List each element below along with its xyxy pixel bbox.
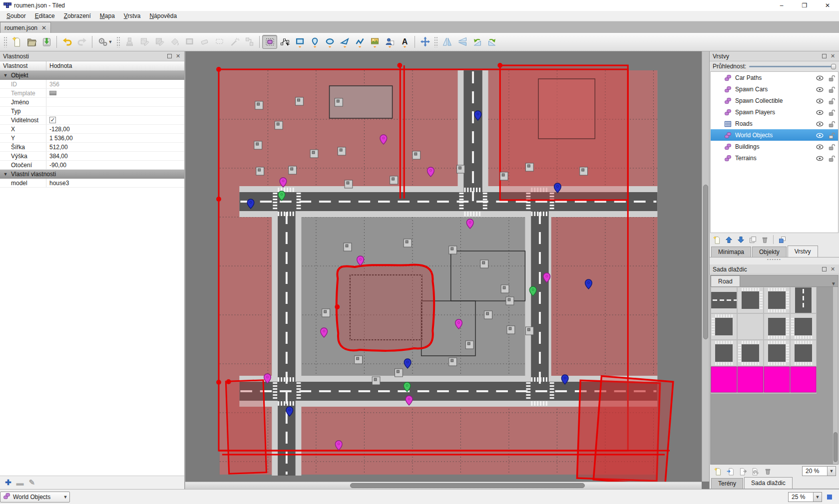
shape-fill-icon[interactable] — [182, 35, 197, 49]
combo-arrow-icon[interactable]: ▼ — [813, 493, 822, 502]
insert-polyline-icon[interactable] — [352, 35, 367, 49]
layer-row-spawn-players[interactable]: Spawn Players — [711, 106, 838, 118]
property-row-template[interactable]: Template — [0, 89, 184, 98]
property-row-otočení[interactable]: Otočení-90,00 — [0, 161, 184, 170]
size-grip[interactable] — [827, 495, 832, 500]
hscroll-thumb[interactable] — [350, 483, 585, 488]
layer-visibility-icon[interactable] — [816, 120, 825, 128]
layer-row-spawn-collectible[interactable]: Spawn Collectible — [711, 95, 838, 106]
tileset-dropdown-icon[interactable]: ▼ — [829, 281, 838, 286]
embed-tileset-icon[interactable] — [725, 466, 735, 476]
pan-tool-icon[interactable] — [418, 35, 432, 49]
tileset-dock-tab-terény[interactable]: Terény — [711, 478, 743, 489]
remove-property-button[interactable]: ▬ — [16, 479, 24, 487]
menu-soubor[interactable]: Soubor — [2, 11, 30, 20]
vscroll-thumb[interactable] — [703, 185, 708, 339]
layer-lock-icon[interactable] — [827, 120, 836, 128]
new-tileset-icon[interactable] — [713, 466, 723, 476]
layer-visibility-icon[interactable] — [816, 85, 825, 93]
layer-lock-icon[interactable] — [827, 108, 836, 116]
insert-template-icon[interactable] — [382, 35, 397, 49]
layer-lock-icon[interactable] — [827, 143, 836, 151]
layer-lock-icon[interactable] — [827, 74, 836, 82]
insert-rectangle-icon[interactable] — [292, 35, 307, 49]
export-tileset-icon[interactable] — [738, 466, 748, 476]
new-layer-icon[interactable] — [712, 235, 722, 245]
menu-editace[interactable]: Editace — [30, 11, 59, 20]
map-view[interactable] — [185, 51, 709, 489]
document-tab[interactable]: roumen.json ✕ — [0, 22, 51, 33]
combo-arrow-icon[interactable]: ▼ — [61, 495, 69, 500]
float-panel-icon[interactable] — [822, 54, 827, 58]
restore-button[interactable]: ❐ — [793, 0, 816, 11]
menu-zobrazení[interactable]: Zobrazení — [59, 11, 95, 20]
raise-layer-icon[interactable] — [724, 235, 734, 245]
layer-visibility-icon[interactable] — [816, 131, 825, 139]
opacity-slider[interactable] — [749, 63, 836, 69]
layer-lock-icon[interactable] — [827, 131, 836, 139]
float-panel-icon[interactable] — [167, 54, 172, 58]
toolbar-drag-handle[interactable] — [434, 36, 438, 47]
menu-vrstva[interactable]: Vrstva — [119, 11, 145, 20]
property-row-x[interactable]: X-128,00 — [0, 125, 184, 134]
property-row-výška[interactable]: Výška384,00 — [0, 152, 184, 161]
close-button[interactable]: ✕ — [816, 0, 839, 11]
toolbar-drag-handle[interactable] — [116, 36, 120, 47]
property-row-id[interactable]: ID356 — [0, 80, 184, 89]
insert-point-icon[interactable] — [307, 35, 322, 49]
stamp-fill-icon[interactable] — [152, 35, 167, 49]
layer-visibility-icon[interactable] — [816, 154, 825, 162]
dock-tab-vrstvy[interactable]: Vrstvy — [788, 246, 818, 257]
edit-polygons-icon[interactable] — [277, 35, 292, 49]
property-row-viditelnost[interactable]: Viditelnost✓ — [0, 116, 184, 125]
menu-mapa[interactable]: Mapa — [95, 11, 119, 20]
duplicate-layer-icon[interactable] — [748, 235, 758, 245]
map-vertical-scrollbar[interactable] — [702, 51, 709, 482]
highlight-current-layer-icon[interactable] — [777, 235, 787, 245]
menu-nápověda[interactable]: Nápověda — [145, 11, 181, 20]
layer-lock-icon[interactable] — [827, 85, 836, 93]
property-row-typ[interactable]: Typ — [0, 107, 184, 116]
layer-visibility-icon[interactable] — [816, 97, 825, 105]
tileset-tiles[interactable] — [711, 287, 819, 396]
dock-tab-minimapa[interactable]: Minimapa — [711, 247, 751, 257]
layer-row-buildings[interactable]: Buildings — [711, 141, 838, 152]
property-row-šířka[interactable]: Šířka512,00 — [0, 143, 184, 152]
layer-row-world-objects[interactable]: World Objects — [711, 129, 838, 141]
tileset-view[interactable] — [710, 287, 839, 465]
property-group-row[interactable]: ▼Vlastní vlastnosti — [0, 170, 184, 179]
magic-wand-icon[interactable] — [227, 35, 242, 49]
rect-select-icon[interactable] — [212, 35, 227, 49]
property-row-model[interactable]: modelhouse3 — [0, 179, 184, 188]
open-file-icon[interactable] — [24, 35, 39, 49]
terrain-brush-icon[interactable] — [137, 35, 152, 49]
tileset-tab-road[interactable]: Road — [711, 275, 740, 286]
map-canvas[interactable] — [185, 51, 702, 489]
lower-layer-icon[interactable] — [736, 235, 746, 245]
minimize-button[interactable]: – — [770, 0, 793, 11]
new-file-icon[interactable] — [9, 35, 24, 49]
undo-icon[interactable] — [59, 35, 74, 49]
insert-polygon-icon[interactable] — [337, 35, 352, 49]
same-tile-select-icon[interactable] — [242, 35, 257, 49]
property-row-y[interactable]: Y1 536,00 — [0, 134, 184, 143]
insert-tile-icon[interactable] — [367, 35, 382, 49]
map-zoom-combo[interactable]: 25 % ▼ — [788, 492, 822, 502]
select-objects-icon[interactable] — [262, 35, 277, 49]
tileset-zoom-combo[interactable]: 20 %▼ — [802, 466, 836, 476]
tileset-scrollbar[interactable] — [833, 287, 838, 464]
delete-layer-icon[interactable] — [760, 235, 770, 245]
opacity-slider-handle[interactable] — [831, 64, 836, 69]
stamp-brush-icon[interactable] — [122, 35, 137, 49]
delete-tileset-icon[interactable] — [763, 466, 773, 476]
insert-ellipse-icon[interactable] — [322, 35, 337, 49]
combo-arrow-icon[interactable]: ▼ — [827, 467, 836, 476]
layer-visibility-icon[interactable] — [816, 74, 825, 82]
flip-horizontal-icon[interactable] — [439, 35, 454, 49]
insert-text-icon[interactable]: A — [397, 35, 412, 49]
layer-lock-icon[interactable] — [827, 154, 836, 162]
rotate-right-icon[interactable] — [484, 35, 499, 49]
layer-row-spawn-cars[interactable]: Spawn Cars — [711, 83, 838, 95]
bucket-fill-icon[interactable] — [167, 35, 182, 49]
eraser-icon[interactable] — [197, 35, 212, 49]
